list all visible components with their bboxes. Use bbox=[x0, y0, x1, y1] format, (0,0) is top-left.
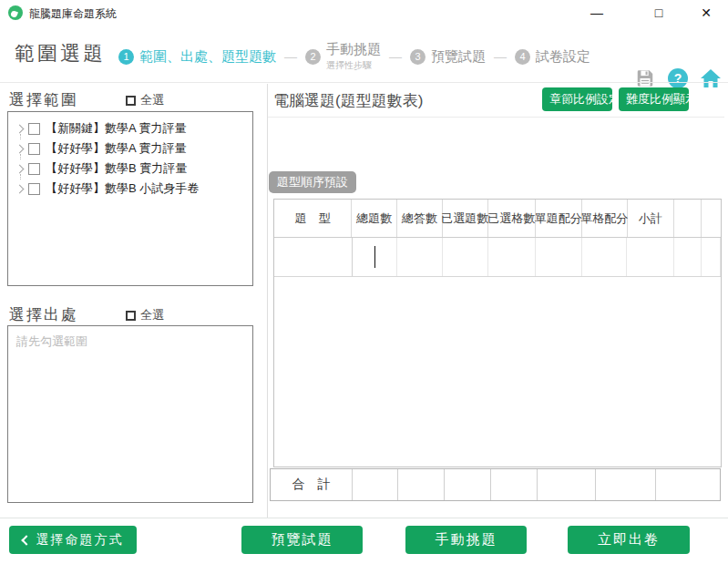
difficulty-ratio-button[interactable]: 難度比例顯示 bbox=[619, 87, 689, 111]
home-icon[interactable] bbox=[700, 67, 722, 89]
tree-item-checkbox[interactable] bbox=[28, 183, 40, 195]
home-icon-svg bbox=[700, 68, 722, 88]
tree-item-book2[interactable]: 【好好學】數學A 實力評量 bbox=[12, 138, 249, 159]
step-3-badge: 3 bbox=[410, 49, 426, 65]
col-header-points-per-cell: 單格配分 bbox=[582, 200, 628, 237]
step-indicator: 1 範圍、出處、題型題數 — 2 手動挑題 選擇性步驟 — 3 預覽試題 — 4… bbox=[118, 36, 590, 77]
chevron-right-icon[interactable] bbox=[15, 124, 25, 133]
step-separator: — bbox=[284, 49, 297, 64]
step-1-range[interactable]: 1 範圍、出處、題型題數 bbox=[118, 48, 276, 66]
step-2-sublabel: 選擇性步驟 bbox=[326, 59, 381, 72]
range-select-all-checkbox[interactable] bbox=[126, 96, 136, 106]
range-section-title: 選擇範圍 bbox=[9, 89, 78, 110]
total-label: 合 計 bbox=[271, 469, 353, 500]
save-icon[interactable] bbox=[634, 67, 656, 89]
chevron-left-icon bbox=[21, 535, 31, 545]
range-tree-panel: 【新關鍵】數學A 實力評量 【好好學】數學A 實力評量 【好好學】數學B 實力評… bbox=[7, 111, 253, 286]
minimize-button[interactable]: — bbox=[583, 3, 610, 23]
range-select-all[interactable]: 全選 bbox=[126, 92, 164, 108]
total-cell bbox=[445, 469, 491, 500]
cell-selected-cells[interactable] bbox=[488, 238, 536, 276]
chevron-right-icon[interactable] bbox=[15, 144, 25, 153]
cell-total-answers[interactable] bbox=[397, 238, 443, 276]
manual-pick-button[interactable]: 手動挑題 bbox=[405, 526, 527, 554]
generate-paper-button[interactable]: 立即出卷 bbox=[568, 526, 690, 554]
step-4-badge: 4 bbox=[515, 49, 530, 65]
page-title: 範圍選題 bbox=[15, 40, 106, 67]
source-select-all[interactable]: 全選 bbox=[126, 307, 164, 323]
col-header-selected-cells: 已選格數 bbox=[488, 200, 536, 237]
tree-item-book3[interactable]: 【好好學】數學B 實力評量 bbox=[12, 159, 249, 179]
total-cell bbox=[491, 469, 538, 500]
cell-total-questions-input[interactable] bbox=[353, 238, 398, 276]
col-header-type: 題 型 bbox=[274, 200, 352, 237]
step-4-paper-settings[interactable]: 4 試卷設定 bbox=[515, 48, 590, 66]
total-cell bbox=[353, 469, 398, 500]
step-2-badge: 2 bbox=[305, 49, 321, 65]
tree-item-book1[interactable]: 【新關鍵】數學A 實力評量 bbox=[12, 118, 249, 138]
titlebar: 龍騰題庫命題系統 — □ ✕ bbox=[0, 0, 728, 26]
cell-blank2 bbox=[702, 238, 721, 276]
back-to-method-button[interactable]: 選擇命題方式 bbox=[9, 526, 137, 554]
total-row: 合 計 bbox=[270, 468, 721, 501]
step-4-label: 試卷設定 bbox=[536, 48, 590, 66]
cell-points-per-question[interactable] bbox=[536, 238, 582, 276]
preview-questions-button[interactable]: 預覽試題 bbox=[241, 526, 363, 554]
col-header-selected-questions: 已選題數 bbox=[443, 200, 488, 237]
cell-selected-questions[interactable] bbox=[443, 238, 488, 276]
col-header-total-answers: 總答數 bbox=[397, 200, 443, 237]
step-3-preview[interactable]: 3 預覽試題 bbox=[410, 48, 486, 66]
total-cell bbox=[656, 469, 720, 500]
cell-blank1 bbox=[674, 238, 702, 276]
source-list-panel: 請先勾選範圍 bbox=[7, 325, 253, 503]
chevron-right-icon[interactable] bbox=[15, 184, 25, 193]
tree-item-checkbox[interactable] bbox=[28, 143, 40, 155]
chevron-right-icon[interactable] bbox=[15, 164, 25, 173]
computer-pick-title: 電腦選題(題型題數表) bbox=[273, 90, 423, 111]
source-select-all-checkbox[interactable] bbox=[126, 311, 136, 321]
col-header-subtotal: 小計 bbox=[628, 200, 675, 237]
cell-points-per-cell[interactable] bbox=[582, 238, 628, 276]
col-header-blank1 bbox=[674, 200, 702, 237]
step-2-label: 手動挑題 bbox=[326, 41, 381, 58]
tree-item-checkbox[interactable] bbox=[28, 163, 40, 175]
col-header-total-questions: 總題數 bbox=[352, 200, 397, 237]
step-2-manual-pick[interactable]: 2 手動挑題 選擇性步驟 bbox=[305, 41, 381, 72]
save-icon-svg bbox=[635, 68, 655, 88]
tree-item-checkbox[interactable] bbox=[28, 123, 40, 135]
table-body-row bbox=[274, 238, 721, 277]
cell-subtotal[interactable] bbox=[627, 238, 674, 276]
app-logo-icon bbox=[8, 5, 23, 20]
question-type-table: 題 型 總題數 總答數 已選題數 已選格數 單題配分 單格配分 小計 bbox=[273, 199, 722, 467]
right-panel-divider bbox=[268, 117, 724, 118]
total-cell bbox=[596, 469, 656, 500]
cell-type[interactable] bbox=[274, 238, 353, 276]
header-divider bbox=[0, 82, 728, 83]
chapter-ratio-button[interactable]: 章節比例設定 bbox=[542, 87, 612, 111]
help-icon[interactable]: ? bbox=[667, 67, 689, 89]
total-cell bbox=[538, 469, 596, 500]
text-caret bbox=[374, 246, 376, 268]
bottom-divider bbox=[0, 518, 728, 518]
type-order-default-button[interactable]: 題型順序預設 bbox=[269, 171, 356, 193]
step-1-badge: 1 bbox=[118, 49, 134, 65]
source-placeholder: 請先勾選範圍 bbox=[8, 326, 252, 357]
panel-divider bbox=[267, 84, 268, 518]
wizard-header: 範圍選題 1 範圍、出處、題型題數 — 2 手動挑題 選擇性步驟 — 3 預覽試… bbox=[0, 27, 728, 82]
app-title: 龍騰題庫命題系統 bbox=[29, 6, 117, 22]
source-section-title: 選擇出處 bbox=[9, 304, 78, 325]
close-button[interactable]: ✕ bbox=[692, 3, 720, 23]
table-header-row: 題 型 總題數 總答數 已選題數 已選格數 單題配分 單格配分 小計 bbox=[274, 200, 721, 238]
maximize-button[interactable]: □ bbox=[645, 3, 672, 23]
col-header-points-per-question: 單題配分 bbox=[536, 200, 582, 237]
tree-item-book4[interactable]: 【好好學】數學B 小試身手卷 bbox=[12, 179, 249, 199]
step-3-label: 預覽試題 bbox=[431, 48, 486, 66]
step-separator: — bbox=[389, 49, 402, 64]
step-separator: — bbox=[494, 49, 507, 64]
total-cell bbox=[398, 469, 445, 500]
col-header-blank2 bbox=[702, 200, 721, 237]
range-tree: 【新關鍵】數學A 實力評量 【好好學】數學A 實力評量 【好好學】數學B 實力評… bbox=[8, 112, 252, 205]
step-1-label: 範圍、出處、題型題數 bbox=[139, 48, 276, 66]
